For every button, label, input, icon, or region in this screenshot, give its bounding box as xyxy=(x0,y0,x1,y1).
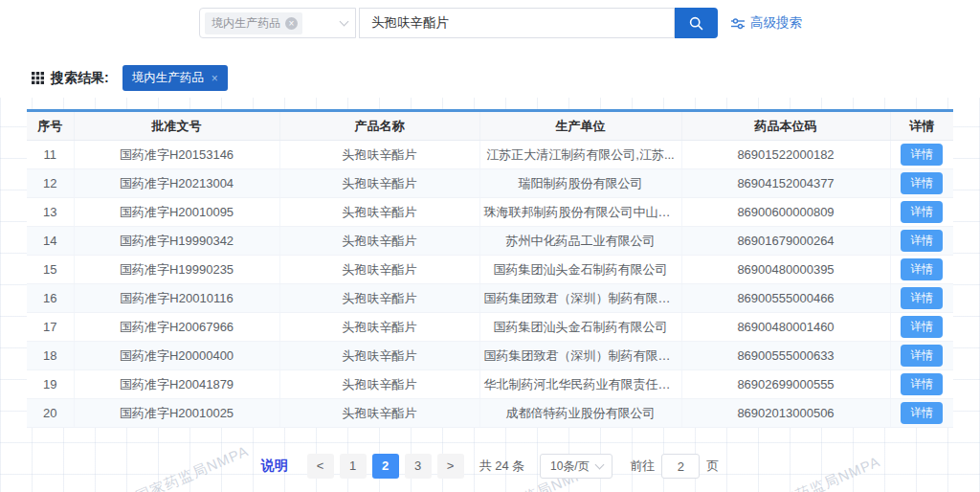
filter-sliders-icon xyxy=(731,17,745,30)
cell-no: 14 xyxy=(27,227,74,256)
table-row: 17国药准字H20067966头孢呋辛酯片国药集团汕头金石制药有限公司86900… xyxy=(27,313,953,342)
chevron-down-icon xyxy=(594,460,604,470)
table-row: 14国药准字H19990342头孢呋辛酯片苏州中化药品工业有限公司8690167… xyxy=(27,227,953,256)
cell-product: 头孢呋辛酯片 xyxy=(279,141,479,169)
cell-no: 12 xyxy=(27,169,74,198)
table-row: 12国药准字H20213004头孢呋辛酯片瑞阳制药股份有限公司869041520… xyxy=(27,169,953,198)
cell-no: 20 xyxy=(27,399,74,428)
goto-page-input[interactable] xyxy=(661,454,700,479)
column-header-approval: 批准文号 xyxy=(74,111,279,141)
cell-approval: 国药准字H20067966 xyxy=(74,313,279,342)
cell-detail: 详情 xyxy=(890,342,953,370)
cell-approval: 国药准字H19990342 xyxy=(74,227,279,256)
cell-code: 86900555000466 xyxy=(681,284,890,313)
page-button-2[interactable]: 2 xyxy=(372,454,399,479)
cell-approval: 国药准字H20041879 xyxy=(74,370,279,399)
total-count-label: 共 24 条 xyxy=(479,458,525,475)
cell-product: 头孢呋辛酯片 xyxy=(279,227,479,256)
cell-code: 86900600000809 xyxy=(681,198,890,227)
cell-no: 11 xyxy=(27,141,74,169)
cell-product: 头孢呋辛酯片 xyxy=(279,342,479,370)
cell-code: 86904152004377 xyxy=(681,169,890,198)
detail-button[interactable]: 详情 xyxy=(901,201,943,223)
cell-manufacturer: 国药集团汕头金石制药有限公司 xyxy=(479,256,681,284)
cell-no: 17 xyxy=(27,313,74,342)
detail-button[interactable]: 详情 xyxy=(901,287,943,309)
detail-button[interactable]: 详情 xyxy=(901,230,943,252)
page-size-value: 10条/页 xyxy=(550,458,590,475)
cell-manufacturer: 江苏正大清江制药有限公司,江苏... xyxy=(479,141,681,169)
cell-manufacturer: 国药集团致君（深圳）制药有限公... xyxy=(479,342,681,370)
cell-code: 86900555000633 xyxy=(681,342,890,370)
cell-no: 18 xyxy=(27,342,74,370)
table-row: 15国药准字H19990235头孢呋辛酯片国药集团汕头金石制药有限公司86900… xyxy=(27,256,953,284)
cell-detail: 详情 xyxy=(890,227,953,256)
column-header-no: 序号 xyxy=(27,111,74,141)
cell-product: 头孢呋辛酯片 xyxy=(279,313,479,342)
table-row: 11国药准字H20153146头孢呋辛酯片江苏正大清江制药有限公司,江苏...8… xyxy=(27,141,953,169)
results-table: 序号 批准文号 产品名称 生产单位 药品本位码 详情 11国药准字H201531… xyxy=(27,109,953,428)
prev-page-button[interactable]: < xyxy=(307,454,334,479)
cell-manufacturer: 珠海联邦制药股份有限公司中山分... xyxy=(479,198,681,227)
cell-detail: 详情 xyxy=(890,313,953,342)
chevron-down-icon xyxy=(340,17,349,27)
next-page-button[interactable]: > xyxy=(437,454,464,479)
results-label: 搜索结果: xyxy=(32,70,109,87)
cell-no: 13 xyxy=(27,198,74,227)
detail-button[interactable]: 详情 xyxy=(901,144,943,166)
cell-detail: 详情 xyxy=(890,370,953,399)
page-button-3[interactable]: 3 xyxy=(405,454,432,479)
cell-detail: 详情 xyxy=(890,256,953,284)
filter-tag[interactable]: 境内生产药品 × xyxy=(122,65,228,91)
category-tag-close-icon[interactable]: × xyxy=(285,17,298,30)
cell-manufacturer: 国药集团汕头金石制药有限公司 xyxy=(479,313,681,342)
detail-button[interactable]: 详情 xyxy=(901,316,943,338)
table-row: 20国药准字H20010025头孢呋辛酯片成都倍特药业股份有限公司8690201… xyxy=(27,399,953,428)
cell-product: 头孢呋辛酯片 xyxy=(279,198,479,227)
cell-product: 头孢呋辛酯片 xyxy=(279,256,479,284)
table-row: 13国药准字H20010095头孢呋辛酯片珠海联邦制药股份有限公司中山分...8… xyxy=(27,198,953,227)
cell-detail: 详情 xyxy=(890,198,953,227)
cell-approval: 国药准字H20010025 xyxy=(74,399,279,428)
cell-no: 16 xyxy=(27,284,74,313)
category-tag-label: 境内生产药品 xyxy=(212,15,280,32)
cell-no: 15 xyxy=(27,256,74,284)
cell-manufacturer: 华北制药河北华民药业有限责任公... xyxy=(479,370,681,399)
cell-product: 头孢呋辛酯片 xyxy=(279,370,479,399)
cell-manufacturer: 瑞阳制药股份有限公司 xyxy=(479,169,681,198)
cell-approval: 国药准字H20213004 xyxy=(74,169,279,198)
detail-button[interactable]: 详情 xyxy=(901,345,943,367)
category-select[interactable]: 境内生产药品 × xyxy=(199,8,356,38)
table-row: 16国药准字H20010116头孢呋辛酯片国药集团致君（深圳）制药有限公...8… xyxy=(27,284,953,313)
results-label-text: 搜索结果: xyxy=(51,70,109,87)
detail-button[interactable]: 详情 xyxy=(901,402,943,424)
cell-manufacturer: 成都倍特药业股份有限公司 xyxy=(479,399,681,428)
detail-button[interactable]: 详情 xyxy=(901,172,943,194)
cell-code: 86901679000264 xyxy=(681,227,890,256)
note-link[interactable]: 说明 xyxy=(261,458,288,475)
filter-tag-label: 境内生产药品 xyxy=(132,70,204,86)
goto-suffix-label: 页 xyxy=(706,458,719,475)
goto-prefix-label: 前往 xyxy=(630,458,655,475)
detail-button[interactable]: 详情 xyxy=(901,258,943,280)
cell-detail: 详情 xyxy=(890,284,953,313)
cell-no: 19 xyxy=(27,370,74,399)
table-header-row: 序号 批准文号 产品名称 生产单位 药品本位码 详情 xyxy=(27,111,953,141)
detail-button[interactable]: 详情 xyxy=(901,373,943,395)
goto-page: 前往 页 xyxy=(630,454,719,479)
cell-manufacturer: 国药集团致君（深圳）制药有限公... xyxy=(479,284,681,313)
search-button[interactable] xyxy=(675,8,718,38)
cell-approval: 国药准字H20010116 xyxy=(74,284,279,313)
grid-icon xyxy=(32,72,44,84)
cell-code: 86900480000395 xyxy=(681,256,890,284)
category-tag: 境内生产药品 × xyxy=(205,12,302,34)
advanced-search-link[interactable]: 高级搜索 xyxy=(731,14,802,32)
search-bar: 境内生产药品 × xyxy=(199,8,718,38)
page-button-1[interactable]: 1 xyxy=(340,454,367,479)
cell-code: 86901522000182 xyxy=(681,141,890,169)
table-row: 18国药准字H20000400头孢呋辛酯片国药集团致君（深圳）制药有限公...8… xyxy=(27,342,953,370)
search-input[interactable] xyxy=(359,8,675,38)
page-size-select[interactable]: 10条/页 xyxy=(540,454,612,479)
pager: < 123 > xyxy=(307,454,464,479)
filter-tag-close-icon[interactable]: × xyxy=(212,72,218,85)
